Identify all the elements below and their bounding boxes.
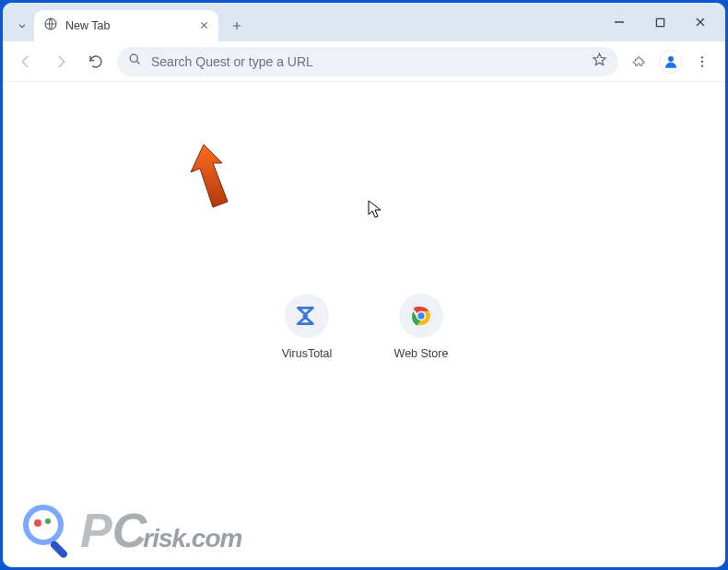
browser-window: New Tab <box>3 3 725 567</box>
magnifier-icon <box>19 501 78 560</box>
shortcut-grid: VirusTotal Web Store <box>270 294 458 360</box>
svg-point-3 <box>668 56 674 62</box>
tab-title: New Tab <box>65 19 192 32</box>
toolbar-right <box>626 48 716 76</box>
annotation-arrow-icon <box>178 141 242 215</box>
chrome-webstore-icon <box>409 304 433 328</box>
svg-point-12 <box>45 518 51 524</box>
shortcut-label: VirusTotal <box>282 347 333 360</box>
back-button[interactable] <box>12 48 40 76</box>
menu-button[interactable] <box>688 48 716 76</box>
virustotal-icon <box>295 304 319 328</box>
chevron-down-icon <box>16 19 29 32</box>
tab-search-button[interactable] <box>10 14 34 38</box>
forward-button[interactable] <box>47 48 75 76</box>
watermark-p: P <box>80 503 112 558</box>
shortcut-web-store[interactable]: Web Store <box>384 294 458 360</box>
window-controls <box>600 3 720 41</box>
mouse-cursor-icon <box>368 200 382 220</box>
maximize-button[interactable] <box>640 8 679 36</box>
shortcut-icon-circle <box>399 294 443 338</box>
kebab-icon <box>695 54 710 69</box>
globe-icon <box>43 17 58 35</box>
close-icon <box>695 17 706 28</box>
reload-icon <box>88 53 104 70</box>
svg-rect-1 <box>656 18 663 26</box>
svg-point-4 <box>701 56 703 58</box>
tab-strip: New Tab <box>3 3 725 41</box>
shortcut-virustotal[interactable]: VirusTotal <box>270 294 344 360</box>
search-icon <box>128 52 142 70</box>
svg-point-11 <box>34 519 41 527</box>
svg-point-10 <box>26 507 61 542</box>
toolbar <box>3 41 725 82</box>
star-icon <box>592 52 607 67</box>
shortcut-label: Web Store <box>394 347 449 360</box>
close-icon <box>199 20 209 30</box>
puzzle-icon <box>632 53 648 69</box>
svg-point-6 <box>701 64 703 66</box>
watermark-c: C <box>112 503 147 558</box>
new-tab-button[interactable] <box>224 13 250 39</box>
bookmark-button[interactable] <box>592 52 607 71</box>
extensions-button[interactable] <box>626 48 653 76</box>
profile-button[interactable] <box>659 50 683 74</box>
svg-point-5 <box>701 60 703 62</box>
minimize-button[interactable] <box>600 8 639 36</box>
new-tab-page: VirusTotal Web Store <box>3 82 725 567</box>
omnibox-input[interactable] <box>151 54 582 69</box>
browser-tab[interactable]: New Tab <box>34 10 218 41</box>
plus-icon <box>230 19 243 32</box>
arrow-left-icon <box>18 53 34 70</box>
watermark-text: risk.com <box>143 524 241 553</box>
minimize-icon <box>614 17 625 28</box>
shortcut-icon-circle <box>285 294 329 338</box>
arrow-right-icon <box>53 53 69 70</box>
svg-point-2 <box>130 54 137 62</box>
reload-button[interactable] <box>82 48 110 76</box>
close-window-button[interactable] <box>681 8 720 36</box>
watermark: P C risk.com <box>19 501 241 560</box>
svg-rect-13 <box>49 540 68 559</box>
address-bar[interactable] <box>117 47 618 76</box>
maximize-icon <box>655 17 665 28</box>
person-icon <box>663 53 679 70</box>
tab-close-button[interactable] <box>199 17 209 34</box>
